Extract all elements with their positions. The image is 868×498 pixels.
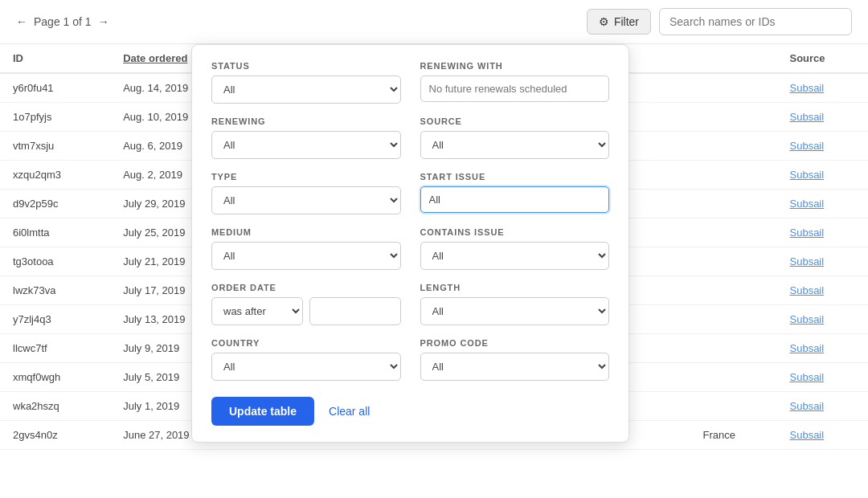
cell-source[interactable]: Subsail	[777, 161, 869, 190]
cell-country	[690, 363, 776, 392]
filter-length-select[interactable]: All	[420, 297, 610, 325]
source-link[interactable]: Subsail	[790, 313, 825, 325]
filter-medium-label: MEDIUM	[211, 227, 401, 237]
source-link[interactable]: Subsail	[790, 198, 825, 210]
filter-renewing-with-label: RENEWING WITH	[420, 61, 610, 71]
cell-id: tg3otooa	[0, 247, 110, 276]
cell-id: lwzk73va	[0, 276, 110, 305]
cell-source[interactable]: Subsail	[777, 103, 869, 132]
top-right-controls: ⚙ Filter	[587, 8, 852, 35]
filter-source-section: SOURCE All	[420, 116, 610, 159]
cell-country	[690, 73, 776, 103]
source-link[interactable]: Subsail	[790, 400, 825, 412]
filter-source-label: SOURCE	[420, 116, 610, 126]
filter-length-label: LENGTH	[420, 283, 610, 292]
cell-id: 2gvs4n0z	[0, 421, 110, 450]
source-link[interactable]: Subsail	[790, 227, 825, 239]
source-link[interactable]: Subsail	[790, 284, 825, 296]
cell-source[interactable]: Subsail	[777, 218, 869, 247]
filter-medium-select[interactable]: All	[211, 242, 401, 270]
filter-renewing-label: RENEWING	[211, 116, 401, 126]
cell-country	[690, 305, 776, 334]
col-country	[690, 44, 776, 73]
source-link[interactable]: Subsail	[790, 342, 825, 354]
filter-popover: STATUS All Active Inactive Cancelled REN…	[191, 44, 629, 443]
cell-country	[690, 392, 776, 421]
cell-id: xzqu2qm3	[0, 161, 110, 190]
filter-button-label: Filter	[614, 15, 639, 28]
source-link[interactable]: Subsail	[790, 429, 825, 441]
cell-source[interactable]: Subsail	[777, 73, 869, 103]
cell-country: France	[690, 421, 776, 450]
filter-grid: STATUS All Active Inactive Cancelled REN…	[211, 61, 609, 381]
prev-page-arrow[interactable]: ←	[16, 15, 27, 28]
source-link[interactable]: Subsail	[790, 82, 825, 94]
filter-country-label: COUNTRY	[211, 338, 401, 348]
col-id: ID	[0, 44, 110, 73]
cell-source[interactable]: Subsail	[777, 363, 869, 392]
cell-id: y7zlj4q3	[0, 305, 110, 334]
next-page-arrow[interactable]: →	[98, 15, 109, 28]
cell-source[interactable]: Subsail	[777, 247, 869, 276]
filter-medium-section: MEDIUM All	[211, 227, 401, 270]
cell-id: 6i0lmtta	[0, 218, 110, 247]
col-source: Source	[777, 44, 869, 73]
source-link[interactable]: Subsail	[790, 111, 825, 123]
cell-country	[690, 247, 776, 276]
cell-country	[690, 103, 776, 132]
cell-country	[690, 334, 776, 363]
source-link[interactable]: Subsail	[790, 255, 825, 267]
cell-source[interactable]: Subsail	[777, 132, 869, 161]
order-date-row: was after was before was on was between	[211, 297, 401, 325]
cell-country	[690, 161, 776, 190]
filter-order-date-label: ORDER DATE	[211, 283, 401, 292]
filter-start-issue-label: START ISSUE	[420, 172, 610, 182]
filter-order-date-condition[interactable]: was after was before was on was between	[211, 297, 303, 325]
filter-actions: Update table Clear all	[211, 397, 609, 426]
cell-country	[690, 190, 776, 218]
cell-source[interactable]: Subsail	[777, 392, 869, 421]
cell-source[interactable]: Subsail	[777, 190, 869, 218]
filter-type-section: TYPE All	[211, 172, 401, 214]
filter-button[interactable]: ⚙ Filter	[587, 9, 651, 35]
filter-renewing-with-input[interactable]	[420, 76, 610, 102]
cell-country	[690, 218, 776, 247]
filter-length-section: LENGTH All	[420, 283, 610, 325]
filter-country-select[interactable]: All	[211, 353, 401, 381]
filter-renewing-section: RENEWING All Yes No	[211, 116, 401, 159]
cell-country	[690, 276, 776, 305]
filter-start-issue-section: START ISSUE	[420, 172, 610, 214]
filter-renewing-with-section: RENEWING WITH	[420, 61, 610, 104]
pagination: ← Page 1 of 1 →	[16, 15, 109, 28]
filter-promo-code-label: PROMO CODE	[420, 338, 610, 348]
source-link[interactable]: Subsail	[790, 371, 825, 383]
filter-source-select[interactable]: All	[420, 131, 610, 159]
filter-contains-issue-section: CONTAINS ISSUE All	[420, 227, 610, 270]
cell-source[interactable]: Subsail	[777, 305, 869, 334]
cell-id: 1o7pfyjs	[0, 103, 110, 132]
filter-renewing-select[interactable]: All Yes No	[211, 131, 401, 159]
cell-country	[690, 132, 776, 161]
cell-id: llcwc7tf	[0, 334, 110, 363]
clear-all-button[interactable]: Clear all	[324, 397, 375, 426]
source-link[interactable]: Subsail	[790, 140, 825, 152]
filter-status-section: STATUS All Active Inactive Cancelled	[211, 61, 401, 104]
filter-status-select[interactable]: All Active Inactive Cancelled	[211, 76, 401, 104]
cell-source[interactable]: Subsail	[777, 276, 869, 305]
cell-id: d9v2p59c	[0, 190, 110, 218]
cell-source[interactable]: Subsail	[777, 334, 869, 363]
source-link[interactable]: Subsail	[790, 169, 825, 181]
filter-order-date-value[interactable]	[309, 297, 401, 325]
search-input[interactable]	[659, 8, 852, 35]
filter-contains-issue-select[interactable]: All	[420, 242, 610, 270]
filter-type-label: TYPE	[211, 172, 401, 182]
cell-id: vtm7xsju	[0, 132, 110, 161]
filter-order-date-section: ORDER DATE was after was before was on w…	[211, 283, 401, 325]
filter-type-select[interactable]: All	[211, 186, 401, 214]
cell-id: y6r0fu41	[0, 73, 110, 103]
filter-icon: ⚙	[599, 15, 609, 28]
cell-source[interactable]: Subsail	[777, 421, 869, 450]
filter-promo-code-select[interactable]: All	[420, 353, 610, 381]
filter-start-issue-input[interactable]	[420, 186, 610, 213]
update-table-button[interactable]: Update table	[211, 397, 314, 426]
